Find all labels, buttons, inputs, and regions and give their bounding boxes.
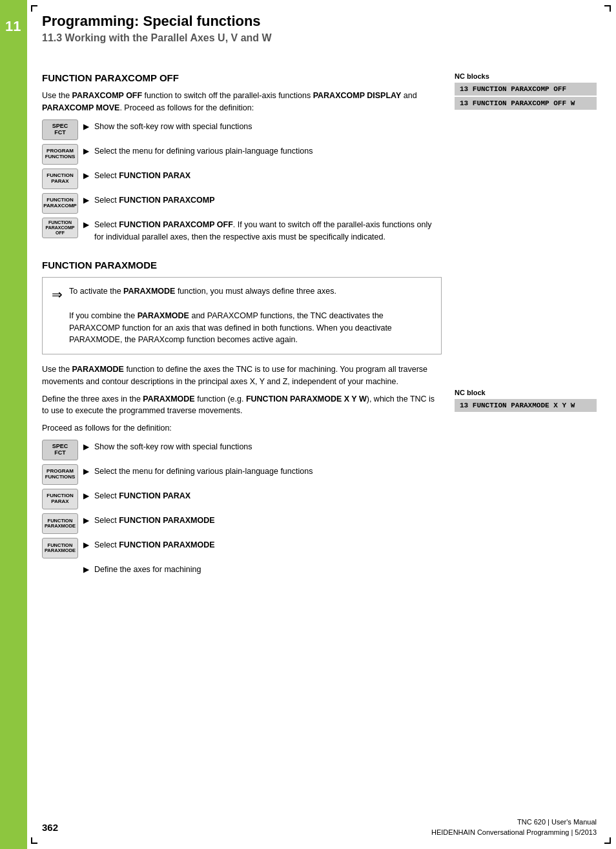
footer-line1: TNC 620 | User's Manual [431,817,597,827]
step-item: FUNCTIONPARAX ▶ Select FUNCTION PARAX [42,489,442,509]
section1-steps: SPECFCT ▶ Show the soft-key row with spe… [42,119,442,243]
spec-fct-key-2: SPECFCT [42,440,78,460]
step-item: FUNCTIONPARAX ▶ Select FUNCTION PARAX [42,169,442,189]
step-text: Select FUNCTION PARAX [94,490,442,502]
program-functions-key-2: PROGRAMFUNCTIONS [42,464,78,485]
section2-left: FUNCTION PARAXMODE ⇒ To activate the PAR… [42,260,442,579]
note-box: ⇒ To activate the PARAXMODE function, yo… [42,277,442,354]
function-paraxmode-key-2: FUNCTIONPARAXMODE [42,538,78,558]
step-text: Select the menu for defining various pla… [94,145,442,158]
note-text: To activate the PARAXMODE function, you … [69,285,432,346]
section1-container: FUNCTION PARAXCOMP OFF Use the PARAXCOMP… [42,72,597,247]
step-item: SPECFCT ▶ Show the soft-key row with spe… [42,440,442,460]
step-item: PROGRAMFUNCTIONS ▶ Select the menu for d… [42,464,442,485]
corner-br [604,837,611,844]
corner-bl [31,837,37,844]
function-paraxcomp-off-key: FUNCTIONPARAXCOMPOFF [42,218,78,238]
step-text: Select FUNCTION PARAXCOMP OFF. If you wa… [94,219,442,243]
nc-block-2: 13 FUNCTION PARAXCOMP OFF W [455,97,597,110]
section2-container: FUNCTION PARAXMODE ⇒ To activate the PAR… [42,260,597,579]
chapter-number: 11 [5,18,21,35]
step-item: ▶ Define the axes for machining [42,562,442,576]
function-parax-key: FUNCTIONPARAX [42,169,78,189]
step-arrow: ▶ [83,147,89,156]
nc-block-1: 13 FUNCTION PARAXCOMP OFF [455,83,597,96]
step-item: SPECFCT ▶ Show the soft-key row with spe… [42,119,442,140]
step-item: FUNCTIONPARAXCOMPOFF ▶ Select FUNCTION P… [42,218,442,243]
section2-right: NC block 13 FUNCTION PARAXMODE X Y W [455,260,597,579]
function-parax-key-2: FUNCTIONPARAX [42,489,78,509]
chapter-title: Programming: Special functions [42,13,597,30]
step-text-define-axes: Define the axes for machining [94,564,442,576]
step-text: Show the soft-key row with special funct… [94,441,442,453]
corner-tr [604,5,611,12]
step-item: FUNCTIONPARAXMODE ▶ Select FUNCTION PARA… [42,538,442,558]
section2-body3: Proceed as follows for the definition: [42,422,442,435]
nc-label-1: NC blocks [455,72,597,80]
note-arrow-icon: ⇒ [52,287,63,346]
step-item: FUNCTIONPARAXCOMP ▶ Select FUNCTION PARA… [42,193,442,214]
section2-heading: FUNCTION PARAXMODE [42,260,442,271]
section1-right: NC blocks 13 FUNCTION PARAXCOMP OFF 13 F… [455,72,597,247]
spec-fct-key: SPECFCT [42,119,78,140]
step-text: Select FUNCTION PARAX [94,170,442,182]
step-arrow: ▶ [83,220,89,229]
step-item: FUNCTIONPARAXMODE ▶ Select FUNCTION PARA… [42,513,442,534]
section1-left: FUNCTION PARAXCOMP OFF Use the PARAXCOMP… [42,72,442,247]
page-number: 362 [42,822,58,833]
section2-body2: Define the three axes in the PARAXMODE f… [42,393,442,418]
function-paraxmode-key: FUNCTIONPARAXMODE [42,513,78,534]
step-arrow: ▶ [83,516,89,525]
nc-block-3: 13 FUNCTION PARAXMODE X Y W [455,399,597,412]
step-arrow: ▶ [83,467,89,476]
nc-label-2: NC block [455,389,597,396]
section2-body1: Use the PARAXMODE function to define the… [42,363,442,388]
step-arrow: ▶ [83,442,89,451]
step-text: Select FUNCTION PARAXMODE [94,539,442,551]
footer-right: TNC 620 | User's Manual HEIDENHAIN Conve… [431,817,597,837]
program-functions-key: PROGRAMFUNCTIONS [42,144,78,165]
step-arrow: ▶ [83,540,89,549]
section1-heading: FUNCTION PARAXCOMP OFF [42,72,442,83]
step-text: Select the menu for defining various pla… [94,465,442,478]
green-sidebar [0,0,27,849]
function-paraxcomp-key: FUNCTIONPARAXCOMP [42,193,78,214]
section1-body1: Use the PARAXCOMP OFF function to switch… [42,90,442,114]
step-arrow: ▶ [83,122,89,131]
step-arrow: ▶ [83,196,89,205]
footer-line2: HEIDENHAIN Conversational Programming | … [431,828,597,837]
step-text: Show the soft-key row with special funct… [94,121,442,133]
section2-steps: SPECFCT ▶ Show the soft-key row with spe… [42,440,442,576]
step-arrow: ▶ [83,171,89,180]
step-arrow: ▶ [83,565,89,574]
footer: 362 TNC 620 | User's Manual HEIDENHAIN C… [42,817,597,837]
step-item: PROGRAMFUNCTIONS ▶ Select the menu for d… [42,144,442,165]
step-arrow: ▶ [83,491,89,500]
step-text: Select FUNCTION PARAXCOMP [94,194,442,207]
step-text: Select FUNCTION PARAXMODE [94,515,442,527]
corner-tl [31,5,37,12]
section-title: 11.3 Working with the Parallel Axes U, V… [42,32,597,44]
